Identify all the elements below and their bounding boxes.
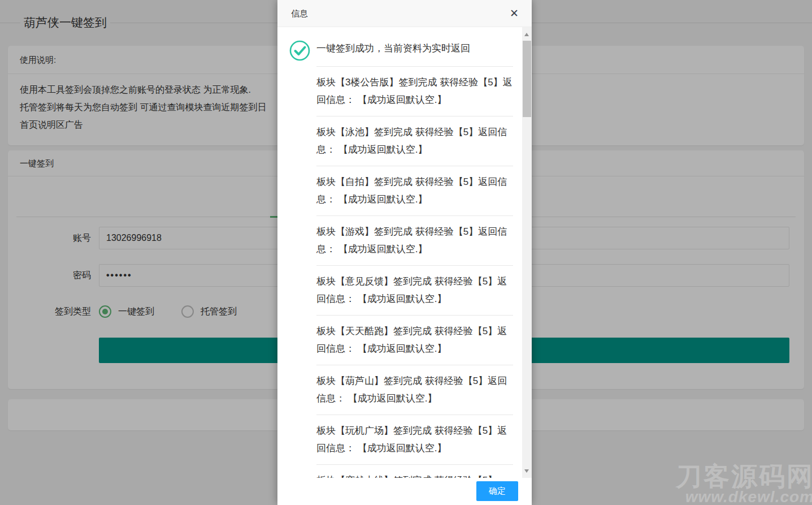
dialog-titlebar: 信息 ✕ bbox=[277, 0, 532, 27]
result-list: 一键签到成功，当前资料为实时返回 板块【3楼公告版】签到完成 获得经验【5】返回… bbox=[316, 27, 513, 497]
confirm-button[interactable]: 确定 bbox=[476, 481, 518, 501]
scrollbar-thumb[interactable] bbox=[523, 41, 531, 117]
scrollbar-down-arrow-icon[interactable] bbox=[522, 466, 532, 476]
dialog-title: 信息 bbox=[291, 0, 308, 27]
info-dialog: 信息 ✕ 一键签到成功，当前资料为实时返回 板块【3楼公告版】签到完成 获得经验… bbox=[277, 0, 532, 505]
close-icon[interactable]: ✕ bbox=[507, 7, 521, 20]
success-message: 一键签到成功，当前资料为实时返回 bbox=[316, 42, 470, 55]
result-item: 板块【游戏】签到完成 获得经验【5】返回信息： 【成功返回默认空.】 bbox=[316, 216, 513, 266]
result-item: 板块【泳池】签到完成 获得经验【5】返回信息： 【成功返回默认空.】 bbox=[316, 116, 513, 166]
dialog-body: 一键签到成功，当前资料为实时返回 板块【3楼公告版】签到完成 获得经验【5】返回… bbox=[277, 27, 522, 505]
result-item: 板块【3楼公告版】签到完成 获得经验【5】返回信息： 【成功返回默认空.】 bbox=[316, 67, 513, 116]
result-item: 板块【玩机广场】签到完成 获得经验【5】返回信息： 【成功返回默认空.】 bbox=[316, 415, 513, 465]
result-item: 板块【天天酷跑】签到完成 获得经验【5】返回信息： 【成功返回默认空.】 bbox=[316, 316, 513, 365]
dialog-scrollbar[interactable] bbox=[522, 27, 532, 478]
result-item: 板块【意见反馈】签到完成 获得经验【5】返回信息： 【成功返回默认空.】 bbox=[316, 266, 513, 316]
scrollbar-up-arrow-icon[interactable] bbox=[522, 29, 532, 39]
dialog-footer: 确定 bbox=[277, 478, 532, 505]
result-item: 板块【葫芦山】签到完成 获得经验【5】返回信息： 【成功返回默认空.】 bbox=[316, 365, 513, 415]
success-check-icon bbox=[289, 40, 310, 61]
success-row: 一键签到成功，当前资料为实时返回 bbox=[316, 27, 513, 67]
result-item: 板块【自拍】签到完成 获得经验【5】返回信息： 【成功返回默认空.】 bbox=[316, 166, 513, 216]
